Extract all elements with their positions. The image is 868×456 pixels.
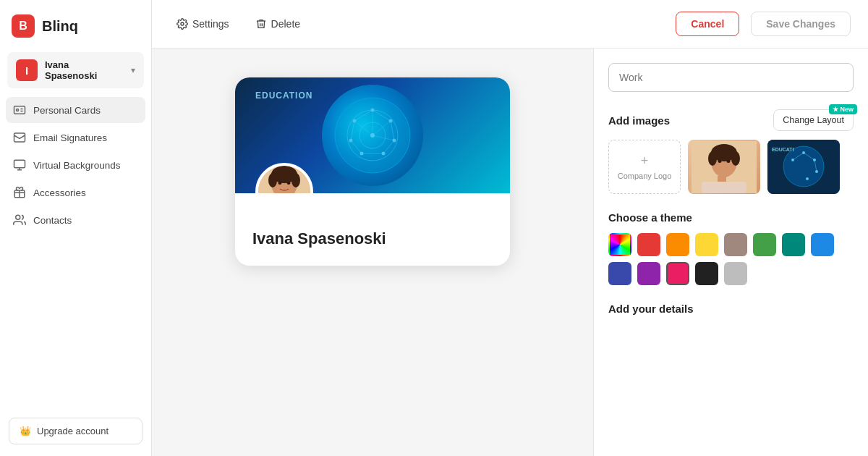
svg-point-1	[17, 109, 19, 111]
add-images-header: Add images ★ New Change Layout	[608, 109, 854, 131]
topbar: Settings Delete Cancel Save Changes	[152, 0, 868, 48]
background-photo-slot[interactable]: EDUCATI	[767, 140, 840, 194]
avatar-portrait	[258, 163, 310, 193]
images-row: + Company Logo	[608, 140, 854, 194]
color-swatch-gray[interactable]	[724, 262, 747, 285]
background-thumbnail: EDUCATI	[767, 140, 840, 194]
color-swatch-teal[interactable]	[782, 233, 805, 256]
upgrade-account-button[interactable]: 👑 Upgrade account	[9, 418, 142, 444]
person-card-icon	[13, 104, 26, 117]
color-swatch-rainbow[interactable]	[608, 233, 631, 256]
sidebar-item-email-signatures[interactable]: Email Signatures	[6, 124, 145, 151]
card-person-name: Ivana Spasenoski	[252, 229, 493, 248]
main-area: Settings Delete Cancel Save Changes EDUC…	[152, 0, 868, 456]
svg-point-33	[292, 173, 300, 187]
add-details-section: Add your details	[608, 303, 854, 316]
color-swatch-green[interactable]	[753, 233, 776, 256]
app-logo-text: Blinq	[42, 18, 78, 35]
business-card: EDUCATION	[235, 77, 510, 266]
color-grid	[608, 233, 854, 285]
chevron-down-icon: ▾	[131, 65, 135, 75]
work-input-wrap[interactable]	[608, 63, 854, 92]
svg-rect-2	[14, 133, 25, 142]
settings-icon	[176, 18, 188, 30]
color-swatch-yellow[interactable]	[695, 233, 718, 256]
svg-point-34	[278, 182, 282, 185]
sidebar-label-contacts: Contacts	[33, 215, 72, 226]
color-swatch-black[interactable]	[695, 262, 718, 285]
svg-point-6	[181, 22, 184, 25]
company-logo-slot[interactable]: + Company Logo	[608, 140, 681, 194]
svg-text:EDUCATI: EDUCATI	[772, 147, 794, 152]
choose-theme-section: Choose a theme	[608, 211, 854, 285]
card-avatar	[255, 163, 313, 193]
svg-point-5	[16, 215, 20, 219]
change-layout-button[interactable]: ★ New Change Layout	[773, 109, 854, 131]
card-header: EDUCATION	[235, 77, 510, 193]
add-images-section: Add images ★ New Change Layout + Company…	[608, 109, 854, 194]
gift-icon	[13, 186, 26, 199]
save-changes-button[interactable]: Save Changes	[751, 12, 851, 36]
color-swatch-blue[interactable]	[811, 233, 834, 256]
right-panel: Add images ★ New Change Layout + Company…	[593, 48, 868, 456]
work-input[interactable]	[619, 72, 843, 83]
user-name: Ivana Spasenoski	[45, 59, 124, 81]
contacts-icon	[13, 214, 26, 227]
sidebar-label-virtual-backgrounds: Virtual Backgrounds	[33, 160, 121, 171]
svg-rect-3	[14, 160, 25, 168]
add-details-title: Add your details	[608, 303, 694, 315]
choose-theme-title: Choose a theme	[608, 211, 692, 224]
settings-action[interactable]: Settings	[169, 14, 237, 34]
app-logo-icon: B	[12, 14, 35, 38]
crown-icon: 👑	[20, 426, 31, 436]
svg-point-41	[708, 151, 717, 166]
svg-point-32	[268, 173, 277, 187]
sidebar-item-accessories[interactable]: Accessories	[6, 180, 145, 206]
sidebar-item-personal-cards[interactable]: Personal Cards	[6, 97, 145, 123]
sidebar-item-virtual-backgrounds[interactable]: Virtual Backgrounds	[6, 152, 145, 178]
sidebar-label-accessories: Accessories	[33, 187, 86, 198]
add-images-title: Add images	[608, 114, 670, 127]
plus-icon: +	[641, 153, 649, 169]
profile-photo-slot[interactable]	[688, 140, 760, 194]
color-swatch-red[interactable]	[637, 233, 660, 256]
content-area: EDUCATION	[152, 48, 868, 456]
profile-photo-thumbnail	[688, 140, 760, 194]
color-swatch-purple[interactable]	[637, 262, 660, 285]
user-selector[interactable]: I Ivana Spasenoski ▾	[7, 52, 144, 88]
sidebar-item-contacts[interactable]: Contacts	[6, 207, 145, 233]
color-swatch-orange[interactable]	[666, 233, 689, 256]
card-avatar-wrap	[255, 163, 313, 193]
card-preview-area: EDUCATION	[152, 48, 593, 456]
sidebar-label-personal-cards: Personal Cards	[33, 105, 101, 116]
color-swatch-indigo[interactable]	[608, 262, 631, 285]
card-body: Ivana Spasenoski	[235, 193, 510, 266]
delete-action[interactable]: Delete	[248, 14, 307, 34]
color-swatch-pink[interactable]	[666, 262, 689, 285]
sidebar: B Blinq I Ivana Spasenoski ▾ Personal Ca…	[0, 0, 152, 456]
monitor-icon	[13, 159, 26, 172]
svg-point-44	[727, 160, 731, 163]
globe-icon	[333, 96, 412, 175]
globe-visual	[322, 85, 423, 186]
nav-items: Personal Cards Email Signatures Virtual …	[0, 97, 151, 233]
logo-area: B Blinq	[0, 0, 151, 52]
sidebar-label-email-signatures: Email Signatures	[33, 132, 107, 143]
new-badge: ★ New	[829, 104, 857, 114]
svg-point-53	[806, 177, 809, 180]
svg-rect-46	[702, 182, 746, 193]
user-avatar: I	[16, 59, 38, 81]
color-swatch-tan[interactable]	[724, 233, 747, 256]
svg-point-43	[718, 160, 722, 163]
svg-point-35	[287, 182, 291, 185]
cancel-button[interactable]: Cancel	[676, 12, 739, 36]
trash-icon	[255, 18, 267, 30]
email-icon	[13, 131, 26, 144]
svg-point-42	[731, 151, 740, 166]
